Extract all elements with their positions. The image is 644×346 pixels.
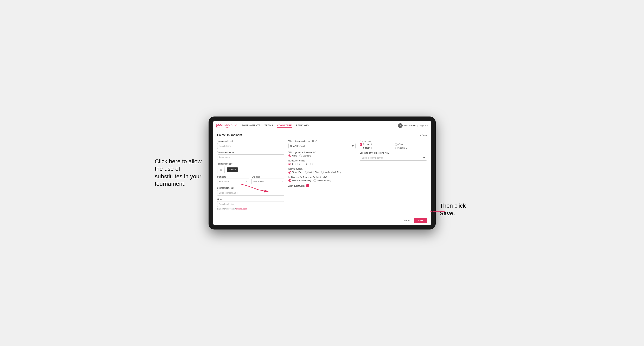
nav-item-teams[interactable]: TEAMS [264,123,273,128]
scoring-system-label: Scoring system [288,168,356,170]
nav-bar: SCOREBOARD Powered by clippd TOURNAMENTS… [213,121,431,130]
rounds-label: Number of rounds [288,160,356,162]
user-name: blair admin [404,124,416,127]
sponsor-label: Sponsor (optional) [217,187,284,189]
gender-mens-label: Mens [292,155,297,157]
sign-out-link[interactable]: Sign out [419,124,428,127]
gender-womens-radio[interactable] [300,155,302,157]
event-individuals-label: Individuals Only [317,179,332,182]
tournament-name-input[interactable] [217,155,284,160]
rounds-4-radio[interactable] [310,163,312,165]
scoring-api-select[interactable]: Select a scoring service [360,155,427,161]
rounds-2-label: 2 [299,163,300,165]
sponsor-group: Sponsor (optional) [217,187,284,196]
gender-label: Which gender is the event for? [288,151,356,154]
tournament-name-group: Tournament name [217,151,284,160]
event-teams-radio[interactable] [288,179,291,182]
venue-email-support-link[interactable]: email support [236,208,247,210]
form-columns: Tournament Host Tournament name Tourname… [217,140,427,212]
rounds-4-option[interactable]: 4 [310,163,315,165]
nav-item-rankings[interactable]: RANKINGS [296,123,309,128]
rounds-4-label: 4 [314,163,315,165]
gender-mens-radio[interactable] [288,155,291,157]
format-other-label: Other [398,143,404,146]
back-link[interactable]: Back [420,133,427,137]
scoring-medal-label: Medal Match Play [324,171,341,173]
rounds-2-radio[interactable] [296,163,298,165]
allow-substitutes-checkbox-group: Allow substitutes? ✓ [288,184,356,187]
tournament-host-input[interactable] [217,143,284,149]
gender-womens-option[interactable]: Womens [300,155,311,157]
format-6count4-label: 6 count 4 [363,147,372,149]
rounds-3-radio[interactable] [303,163,306,165]
allow-substitutes-checkbox[interactable]: ✓ [306,184,309,187]
event-individuals-radio[interactable] [314,179,316,182]
gender-mens-option[interactable]: Mens [288,155,297,157]
rounds-1-label: 1 [292,163,293,165]
event-for-label: Is this event for Teams and/or Individua… [288,176,356,178]
nav-item-committee[interactable]: COMMITTEE [277,123,292,128]
scoring-medal-option[interactable]: Medal Match Play [321,171,341,173]
end-date-input[interactable] [252,178,284,184]
event-teams-option[interactable]: Teams (+Individuals) [288,179,311,182]
scoring-api-label: Use third-party live scoring API? [360,152,427,154]
format-5count4-radio[interactable] [360,143,362,146]
scoring-match-option[interactable]: Match Play [305,171,318,173]
format-5count4-option[interactable]: 5 count 4 [360,143,392,146]
division-group: Which division is the event for? NCAA Di… [288,140,356,149]
rounds-3-option[interactable]: 3 [303,163,308,165]
logo-upload-area: ⊞ Upload [217,166,284,173]
scoring-match-label: Match Play [308,171,318,173]
scoring-medal-radio[interactable] [321,171,324,173]
format-other-option[interactable]: Other [395,143,427,146]
scoring-stroke-option[interactable]: Stroke Play [288,171,302,173]
tournament-logo-label: Tournament logo [217,163,284,165]
start-date-group: Start date [217,176,250,184]
gender-womens-label: Womens [303,155,311,157]
scoring-stroke-radio[interactable] [288,171,291,173]
page-header: Create Tournament Back [217,133,427,137]
start-date-wrap [217,178,250,184]
start-date-input[interactable] [217,178,250,184]
tournament-host-label: Tournament Host [217,140,284,142]
nav-user-area: B blair admin | Sign out [398,123,428,128]
sponsor-input[interactable] [217,190,284,196]
start-date-label: Start date [217,176,250,178]
rounds-1-option[interactable]: 1 [288,163,293,165]
tournament-host-group: Tournament Host [217,140,284,149]
venue-hint: Can't find your venue? email support [217,208,284,210]
form-footer: Cancel Save [213,216,431,225]
event-for-radio-group: Teams (+Individuals) Individuals Only [288,179,356,182]
end-date-label: End date [252,176,284,178]
allow-substitutes-label: Allow substitutes? [288,185,305,187]
format-6count4-option[interactable]: 6 count 4 [360,147,392,149]
rounds-2-option[interactable]: 2 [296,163,300,165]
scoring-stroke-label: Stroke Play [292,171,302,173]
format-6count5-radio[interactable] [395,147,398,149]
tournament-name-label: Tournament name [217,151,284,154]
format-6count4-radio[interactable] [360,147,362,149]
form-column-3: Format type 5 count 4 Other [360,140,427,212]
page-title: Create Tournament [217,133,242,137]
venue-input[interactable] [217,201,284,207]
upload-button[interactable]: Upload [227,168,238,172]
nav-item-tournaments[interactable]: TOURNAMENTS [242,123,260,128]
allow-substitutes-group: Allow substitutes? ✓ [288,184,356,187]
event-individuals-option[interactable]: Individuals Only [314,179,332,182]
rounds-3-label: 3 [306,163,308,165]
division-select[interactable]: NCAA Division I NCAA Division II NCAA Di… [288,143,356,149]
nav-divider: | [417,124,418,127]
rounds-group: Number of rounds 1 2 [288,160,356,165]
gender-radio-group: Mens Womens [288,155,356,157]
form-column-1: Tournament Host Tournament name Tourname… [217,140,284,212]
cancel-button[interactable]: Cancel [400,218,412,223]
tablet-screen: SCOREBOARD Powered by clippd TOURNAMENTS… [213,121,431,225]
format-other-radio[interactable] [395,143,398,146]
save-button[interactable]: Save [414,218,427,223]
scoring-match-radio[interactable] [305,171,308,173]
division-label: Which division is the event for? [288,140,356,142]
format-type-group: Format type 5 count 4 Other [360,140,427,149]
format-6count5-option[interactable]: 6 count 5 [395,147,427,149]
rounds-1-radio[interactable] [288,163,291,165]
scoring-system-group: Scoring system Stroke Play Match Play [288,168,356,173]
